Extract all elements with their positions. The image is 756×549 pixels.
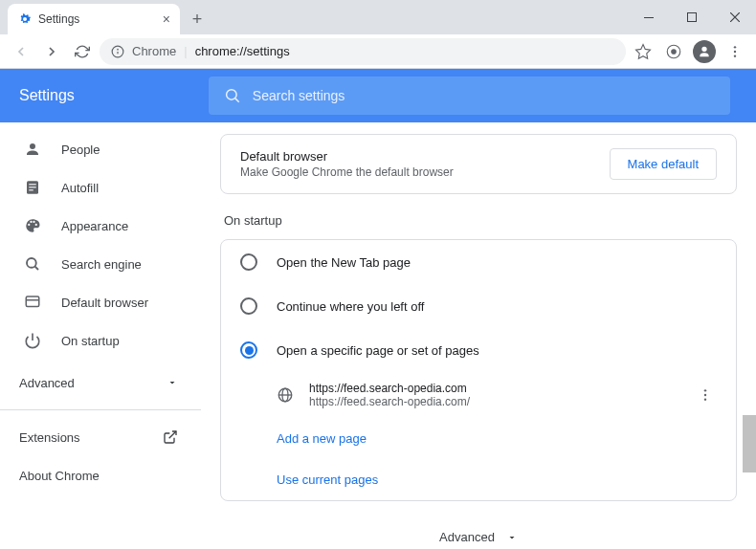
svg-rect-18 [26, 296, 39, 307]
sidebar-extensions[interactable]: Extensions [0, 418, 201, 456]
chevron-down-icon [167, 377, 178, 388]
default-browser-title: Default browser [240, 149, 454, 164]
scrollbar-thumb[interactable] [743, 415, 756, 472]
profile-avatar[interactable] [691, 38, 718, 65]
browser-tab[interactable]: Settings × [8, 4, 180, 34]
add-new-page-link[interactable]: Add a new page [221, 418, 736, 459]
sidebar-item-label: People [61, 143, 100, 157]
back-button[interactable] [8, 38, 34, 65]
radio-label: Open the New Tab page [277, 255, 411, 270]
sidebar-item-autofill[interactable]: Autofill [0, 168, 201, 207]
chevron-down-icon [506, 532, 518, 543]
svg-line-17 [35, 267, 38, 270]
svg-point-7 [734, 46, 736, 48]
sidebar-item-default-browser[interactable]: Default browser [0, 283, 201, 321]
sidebar-item-people[interactable]: People [0, 130, 201, 168]
palette-icon [23, 217, 42, 234]
svg-rect-15 [29, 189, 33, 190]
new-tab-button[interactable]: + [184, 6, 211, 33]
close-tab-icon[interactable]: × [163, 11, 170, 27]
bookmark-icon[interactable] [630, 38, 656, 65]
default-browser-subtitle: Make Google Chrome the default browser [240, 165, 454, 179]
person-icon [23, 141, 42, 158]
svg-point-10 [226, 90, 236, 100]
sidebar-item-label: Appearance [61, 219, 128, 233]
maximize-button[interactable] [670, 0, 713, 34]
svg-point-16 [27, 258, 36, 268]
gear-icon [17, 11, 33, 27]
close-window-button[interactable] [713, 0, 756, 34]
on-startup-section-title: On startup [224, 213, 737, 228]
external-link-icon [163, 429, 178, 445]
advanced-label: Advanced [439, 530, 495, 544]
svg-point-26 [704, 394, 706, 396]
sidebar-item-label: Default browser [61, 296, 148, 310]
search-icon [224, 87, 241, 104]
reload-button[interactable] [69, 38, 96, 65]
search-settings-input[interactable]: Search settings [209, 77, 730, 115]
default-browser-card: Default browser Make Google Chrome the d… [220, 134, 737, 194]
menu-icon[interactable] [722, 38, 748, 65]
startup-page-row: https://feed.search-opedia.com https://f… [221, 372, 736, 418]
omnibox-url: chrome://settings [195, 44, 290, 58]
extension-icon[interactable] [660, 38, 687, 65]
settings-content: Default browser Make Google Chrome the d… [201, 122, 756, 549]
sidebar-item-appearance[interactable]: Appearance [0, 207, 201, 245]
browser-toolbar: Chrome | chrome://settings [0, 34, 756, 69]
sidebar-advanced-label: Advanced [19, 376, 75, 390]
svg-point-9 [734, 55, 736, 56]
svg-rect-1 [687, 13, 696, 22]
svg-point-27 [704, 398, 706, 400]
startup-radio-specific-pages[interactable]: Open a specific page or set of pages [221, 328, 736, 372]
sidebar-item-label: On startup [61, 334, 120, 348]
svg-line-21 [169, 431, 176, 438]
use-current-pages-link[interactable]: Use current pages [221, 459, 736, 500]
startup-radio-new-tab[interactable]: Open the New Tab page [221, 240, 736, 284]
sidebar-item-on-startup[interactable]: On startup [0, 321, 201, 360]
settings-header: Settings Search settings [0, 69, 756, 122]
sidebar: People Autofill Appearance Search engine… [0, 122, 201, 549]
radio-label: Open a specific page or set of pages [277, 343, 479, 358]
omnibox-prefix: Chrome [132, 44, 176, 58]
address-bar[interactable]: Chrome | chrome://settings [100, 38, 626, 65]
svg-rect-13 [29, 184, 36, 185]
svg-point-25 [704, 389, 706, 391]
radio-label: Continue where you left off [277, 299, 424, 314]
info-icon [111, 45, 124, 58]
radio-unselected-icon [240, 297, 257, 315]
page-title: Settings [19, 87, 75, 104]
svg-point-8 [734, 50, 736, 52]
more-options-button[interactable] [694, 384, 717, 406]
power-icon [23, 332, 42, 349]
startup-page-url: https://feed.search-opedia.com [309, 382, 678, 395]
startup-radio-continue[interactable]: Continue where you left off [221, 284, 736, 328]
sidebar-advanced-toggle[interactable]: Advanced [0, 363, 201, 402]
on-startup-card: Open the New Tab page Continue where you… [220, 239, 737, 501]
radio-selected-icon [240, 341, 257, 359]
sidebar-item-label: Autofill [61, 181, 99, 195]
advanced-toggle-bottom[interactable]: Advanced [220, 530, 737, 544]
sidebar-about-label: About Chrome [19, 469, 100, 483]
tab-title: Settings [38, 12, 79, 26]
startup-page-url-full: https://feed.search-opedia.com/ [309, 395, 678, 408]
sidebar-item-label: Search engine [61, 257, 142, 272]
sidebar-extensions-label: Extensions [19, 430, 80, 445]
globe-icon [277, 386, 294, 404]
search-icon [23, 255, 42, 273]
window-titlebar: Settings × + [0, 0, 756, 34]
svg-rect-0 [644, 17, 654, 18]
make-default-button[interactable]: Make default [610, 148, 717, 180]
radio-unselected-icon [240, 253, 257, 271]
window-controls [627, 0, 756, 34]
search-placeholder: Search settings [253, 88, 345, 103]
svg-point-4 [118, 49, 119, 50]
divider [0, 409, 201, 410]
forward-button[interactable] [38, 38, 65, 65]
svg-rect-14 [29, 187, 36, 187]
sidebar-item-search-engine[interactable]: Search engine [0, 245, 201, 283]
autofill-icon [23, 179, 42, 196]
sidebar-about-chrome[interactable]: About Chrome [0, 456, 201, 494]
browser-icon [23, 294, 42, 311]
minimize-button[interactable] [627, 0, 670, 34]
svg-point-6 [672, 49, 677, 54]
